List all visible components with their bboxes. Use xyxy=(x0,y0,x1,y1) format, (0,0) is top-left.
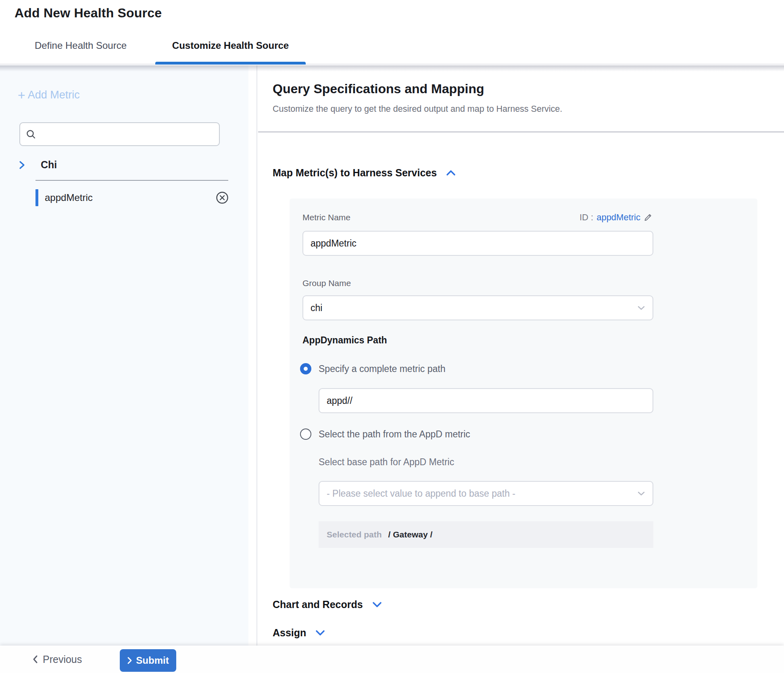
selected-path-strip: Selected path / Gateway / xyxy=(319,521,653,548)
radio-specify-complete-path-label: Specify a complete metric path xyxy=(319,364,445,374)
group-name-select[interactable]: chi xyxy=(302,295,653,320)
tab-bar: Define Health Source Customize Health So… xyxy=(0,27,784,65)
radio-unselected-icon[interactable] xyxy=(300,428,311,440)
radio-select-path-from-appd[interactable]: Select the path from the AppD metric xyxy=(300,428,470,440)
add-health-source-page: Add New Health Source Define Health Sour… xyxy=(0,0,784,673)
metric-list-item[interactable]: appdMetric xyxy=(35,189,229,207)
chevron-down-icon xyxy=(637,305,645,310)
metric-search-input[interactable] xyxy=(40,129,213,140)
previous-label: Previous xyxy=(43,654,82,665)
complete-metric-path-input[interactable] xyxy=(319,388,653,413)
chart-and-records-title: Chart and Records xyxy=(273,599,363,610)
active-tab-underline xyxy=(155,62,306,65)
radio-selected-icon[interactable] xyxy=(300,363,311,374)
radio-select-path-label: Select the path from the AppD metric xyxy=(319,429,470,440)
assign-section-header[interactable]: Assign xyxy=(273,627,325,639)
metric-name-label: Metric Name xyxy=(302,213,350,222)
chevron-up-icon[interactable] xyxy=(446,169,456,176)
wizard-footer: Previous Submit xyxy=(0,646,784,673)
tab-customize-health-source[interactable]: Customize Health Source xyxy=(155,27,306,64)
chevron-left-icon xyxy=(32,655,38,664)
metric-name-input[interactable] xyxy=(302,231,653,256)
metric-group-chi[interactable]: Chi xyxy=(19,159,57,171)
metric-id-group: ID : appdMetric xyxy=(580,212,653,223)
chevron-right-icon xyxy=(19,160,25,170)
selected-path-value: / Gateway / xyxy=(388,530,433,539)
metric-item-label: appdMetric xyxy=(45,192,215,203)
previous-button[interactable]: Previous xyxy=(32,646,82,673)
base-path-placeholder: - Please select value to append to base … xyxy=(327,488,637,499)
query-spec-panel: Query Specifications and Mapping Customi… xyxy=(258,65,784,646)
chevron-right-icon xyxy=(127,656,132,665)
tab-define-health-source[interactable]: Define Health Source xyxy=(16,27,145,64)
delete-metric-icon[interactable] xyxy=(215,191,229,205)
add-metric-label: Add Metric xyxy=(28,89,80,101)
group-name-label: Group Name xyxy=(302,278,351,288)
selected-path-label: Selected path xyxy=(327,530,382,539)
metric-group-label: Chi xyxy=(41,159,57,171)
search-icon xyxy=(26,129,36,140)
query-spec-subtitle: Customize the query to get the desired o… xyxy=(273,104,562,114)
chart-and-records-section-header[interactable]: Chart and Records xyxy=(273,599,382,610)
map-metrics-section-title: Map Metric(s) to Harness Services xyxy=(273,167,437,179)
selected-metric-indicator xyxy=(35,189,38,206)
plus-icon: + xyxy=(18,90,25,100)
query-spec-title: Query Specifications and Mapping xyxy=(273,82,484,96)
assign-title: Assign xyxy=(273,627,306,639)
map-metrics-section-header[interactable]: Map Metric(s) to Harness Services xyxy=(273,167,456,179)
page-title: Add New Health Source xyxy=(15,6,162,21)
radio-specify-complete-path[interactable]: Specify a complete metric path xyxy=(300,363,445,374)
add-metric-button[interactable]: + Add Metric xyxy=(18,89,80,101)
submit-label: Submit xyxy=(136,655,169,666)
chevron-down-icon xyxy=(637,491,645,496)
metric-search-box xyxy=(19,122,220,146)
appdynamics-path-heading: AppDynamics Path xyxy=(302,335,387,346)
metric-id-label: ID : xyxy=(580,212,593,223)
metrics-sidebar: + Add Metric Chi appdMetric xyxy=(0,65,257,646)
chevron-down-icon[interactable] xyxy=(372,601,382,608)
metric-name-row: Metric Name ID : appdMetric xyxy=(302,212,653,223)
base-path-label: Select base path for AppD Metric xyxy=(319,457,454,468)
page-header: Add New Health Source xyxy=(0,0,784,27)
chevron-down-icon[interactable] xyxy=(315,629,325,636)
submit-button[interactable]: Submit xyxy=(120,649,176,672)
metric-id-value[interactable]: appdMetric xyxy=(596,212,640,223)
base-path-select[interactable]: - Please select value to append to base … xyxy=(319,481,653,506)
edit-pencil-icon[interactable] xyxy=(644,213,653,222)
section-divider xyxy=(258,132,784,132)
group-name-value: chi xyxy=(311,303,637,314)
sidebar-divider xyxy=(35,180,228,181)
map-metrics-card: Metric Name ID : appdMetric Group Name c… xyxy=(290,199,757,588)
metrics-sidebar-surface xyxy=(0,65,248,646)
